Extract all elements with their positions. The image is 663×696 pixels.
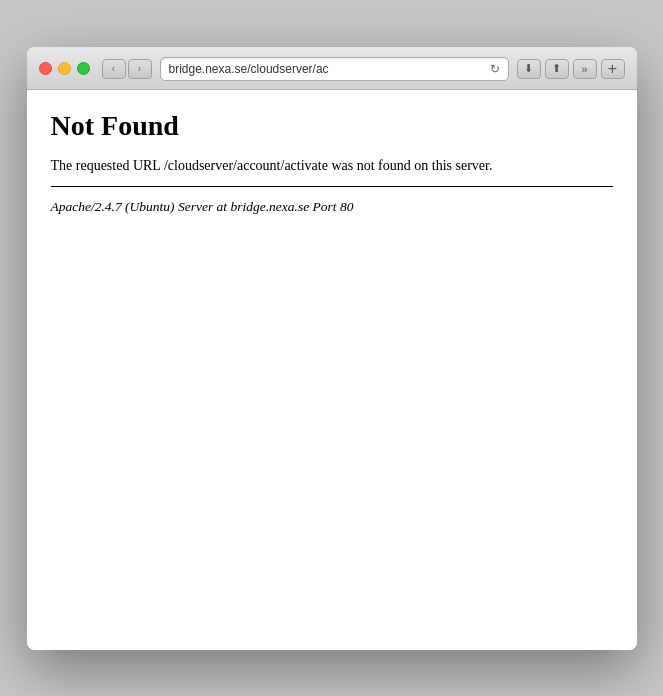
traffic-lights <box>39 62 90 75</box>
add-tab-icon: + <box>608 60 617 78</box>
forward-button[interactable]: › <box>128 59 152 79</box>
more-icon: » <box>581 63 587 75</box>
forward-icon: › <box>138 63 141 74</box>
divider <box>51 186 613 187</box>
download-icon: ⬇ <box>524 62 533 75</box>
more-button[interactable]: » <box>573 59 597 79</box>
titlebar: ‹ › ↻ ⬇ ⬆ » + <box>27 47 637 90</box>
download-button[interactable]: ⬇ <box>517 59 541 79</box>
address-input[interactable] <box>169 62 486 76</box>
page-title: Not Found <box>51 110 613 142</box>
maximize-button[interactable] <box>77 62 90 75</box>
toolbar-right: ⬇ ⬆ » + <box>517 59 625 79</box>
share-icon: ⬆ <box>552 62 561 75</box>
server-info: Apache/2.4.7 (Ubuntu) Server at bridge.n… <box>51 199 613 215</box>
browser-window: ‹ › ↻ ⬇ ⬆ » + Not Found T <box>27 47 637 650</box>
add-tab-button[interactable]: + <box>601 59 625 79</box>
back-button[interactable]: ‹ <box>102 59 126 79</box>
share-button[interactable]: ⬆ <box>545 59 569 79</box>
reload-button[interactable]: ↻ <box>490 62 500 76</box>
nav-buttons: ‹ › <box>102 59 152 79</box>
back-icon: ‹ <box>112 63 115 74</box>
address-bar-wrapper[interactable]: ↻ <box>160 57 509 81</box>
page-content: Not Found The requested URL /cloudserver… <box>27 90 637 650</box>
close-button[interactable] <box>39 62 52 75</box>
minimize-button[interactable] <box>58 62 71 75</box>
page-description: The requested URL /cloudserver/account/a… <box>51 158 613 174</box>
